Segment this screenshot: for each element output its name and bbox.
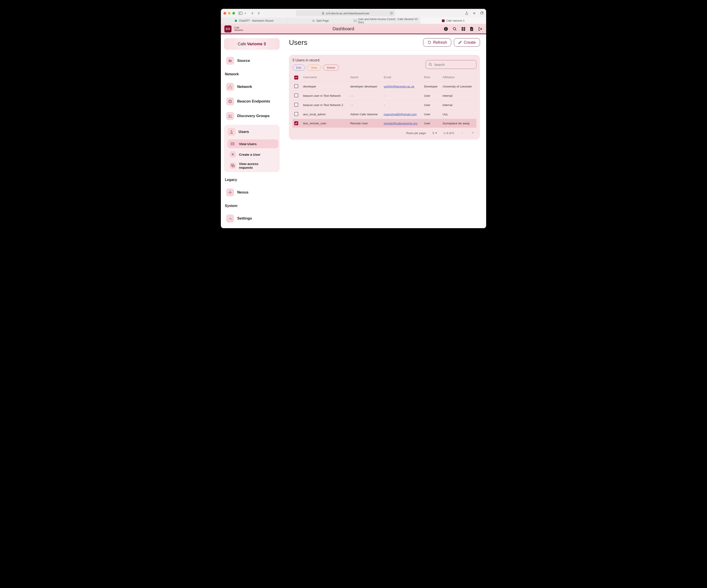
svg-rect-37 xyxy=(232,165,234,167)
svg-point-31 xyxy=(231,143,232,143)
forward-button[interactable] xyxy=(257,12,260,15)
col-role[interactable]: Role xyxy=(422,73,441,82)
rows-per-page-select[interactable]: 5 xyxy=(433,132,437,135)
cell-role: User xyxy=(422,119,441,128)
svg-point-40 xyxy=(230,193,231,194)
next-page-button[interactable] xyxy=(471,131,475,136)
svg-rect-16 xyxy=(462,29,463,31)
browser-tab-active[interactable]: Cafe Variome 3 xyxy=(420,18,486,24)
sidebar-item-beacon[interactable]: Beacon Endpoints xyxy=(224,96,280,107)
sidebar-subitem-label: View Users xyxy=(239,142,257,146)
sidebar-item-label: Settings xyxy=(237,216,252,221)
sidebar-section-network: Network xyxy=(224,70,280,78)
users-panel: 5 Users in record Edit View Delete xyxy=(289,55,480,140)
info-icon[interactable] xyxy=(444,27,448,31)
sidebar-item-source[interactable]: Source xyxy=(224,55,280,67)
sidebar-toggle-icon[interactable] xyxy=(239,12,242,15)
pill-label: View xyxy=(311,66,317,69)
search-icon[interactable] xyxy=(452,27,457,31)
chevron-down-icon[interactable] xyxy=(244,12,246,14)
row-checkbox[interactable] xyxy=(294,94,298,98)
table-row[interactable]: beacon user in Test Network 2- --Userint… xyxy=(293,100,476,110)
pencil-icon xyxy=(458,40,462,44)
col-affiliation[interactable]: Affiliation xyxy=(441,73,476,82)
app-header: CV Cafe Variome Dashboard xyxy=(221,24,486,34)
svg-point-38 xyxy=(230,192,231,193)
folder-icon xyxy=(226,57,234,65)
view-pill[interactable]: View xyxy=(307,65,321,71)
refresh-button[interactable]: Refresh xyxy=(423,38,451,47)
reload-icon[interactable] xyxy=(390,12,393,15)
col-email[interactable]: Email xyxy=(382,73,422,82)
col-name[interactable]: Name xyxy=(349,73,382,82)
sidebar-subitem-view-users[interactable]: View Users xyxy=(228,139,278,148)
svg-point-32 xyxy=(231,144,232,144)
address-bar[interactable]: cv3-dev.le.ac.uk/#/dashboard/user xyxy=(296,10,395,16)
logout-icon[interactable] xyxy=(478,27,482,31)
table-row[interactable]: beacon user in Test Network- --Userinter… xyxy=(293,91,476,100)
cell-name: - - xyxy=(349,100,382,110)
cell-role: User xyxy=(422,91,441,100)
brand-word2: Variome 3 xyxy=(247,42,266,46)
list-icon xyxy=(230,141,236,147)
tab-overview-icon[interactable] xyxy=(480,11,483,15)
cell-email: remote@cafevariome.org xyxy=(382,119,422,128)
book-favicon-icon xyxy=(354,19,357,22)
sidebar-item-users[interactable]: Users xyxy=(225,126,278,138)
browser-tab[interactable]: User and Admin Access Control · Cafe Var… xyxy=(354,18,420,24)
sidebar-item-label: Discovery Groups xyxy=(237,114,269,118)
sidebar-subitem-label: Create a User xyxy=(239,153,261,156)
cell-name: developer developer xyxy=(349,82,382,91)
table-row[interactable]: developerdeveloper developeryw554@leices… xyxy=(293,82,476,91)
select-all-checkbox[interactable] xyxy=(294,76,298,79)
prev-page-button[interactable] xyxy=(460,131,465,136)
col-username[interactable]: Username xyxy=(301,73,349,82)
back-button[interactable] xyxy=(251,12,254,15)
table-pager: Rows per page: 5 1–5 of 5 xyxy=(293,128,476,136)
sidebar-item-label: Network xyxy=(237,84,252,89)
cell-affiliation: University of Leicester xyxy=(441,82,476,91)
cell-username: developer xyxy=(301,82,349,91)
row-checkbox[interactable] xyxy=(294,103,298,107)
pill-label: Edit xyxy=(296,66,301,69)
email-link[interactable]: nsanuhya65@gmail.com xyxy=(384,113,417,116)
email-link[interactable]: yw554@leicester.ac.uk xyxy=(384,85,414,88)
edit-pill[interactable]: Edit xyxy=(293,65,305,71)
cell-affiliation: internal xyxy=(441,100,476,110)
cell-role: Developer xyxy=(422,82,441,91)
search-input[interactable] xyxy=(434,63,476,67)
sidebar-subitem-access-requests[interactable]: View access requests xyxy=(228,160,278,171)
sidebar-item-discovery[interactable]: Discovery Groups xyxy=(224,110,280,122)
document-icon[interactable] xyxy=(470,27,474,31)
logo-badge-text: CV xyxy=(226,27,230,31)
brand-chip[interactable]: Cafe Variome 3 xyxy=(224,38,280,50)
maximize-window-button[interactable] xyxy=(232,12,235,14)
app-logo[interactable]: CV xyxy=(225,26,232,33)
apps-grid-icon[interactable] xyxy=(461,27,465,31)
table-row[interactable]: anu_local_adminAdmin Cafe Variomensanuhy… xyxy=(293,110,476,119)
create-button[interactable]: Create xyxy=(454,38,480,47)
sidebar-item-label: Beacon Endpoints xyxy=(237,99,270,104)
row-checkbox[interactable] xyxy=(294,112,298,116)
email-link[interactable]: remote@cafevariome.org xyxy=(384,122,417,125)
minimize-window-button[interactable] xyxy=(228,12,231,14)
row-checkbox[interactable] xyxy=(294,121,298,125)
sidebar-item-nexus[interactable]: Nexus xyxy=(224,187,280,198)
sidebar: Cafe Variome 3 Source Network Network xyxy=(221,34,283,228)
sidebar-item-settings[interactable]: Settings xyxy=(224,213,280,224)
new-tab-icon[interactable] xyxy=(472,11,476,15)
sidebar-item-label: Nexus xyxy=(237,190,248,195)
share-icon[interactable] xyxy=(465,11,468,15)
delete-pill[interactable]: Delete xyxy=(323,65,339,71)
search-field[interactable] xyxy=(426,60,476,69)
sidebar-item-network[interactable]: Network xyxy=(224,81,280,93)
row-checkbox[interactable] xyxy=(294,84,298,88)
chatgpt-favicon-icon xyxy=(234,19,237,22)
close-window-button[interactable] xyxy=(224,12,226,14)
table-row[interactable]: test_remote_userRemote Userremote@cafeva… xyxy=(293,119,476,128)
svg-line-48 xyxy=(431,65,432,66)
sidebar-subitem-create-user[interactable]: Create a User xyxy=(228,150,278,159)
svg-line-13 xyxy=(456,30,456,31)
browser-tab[interactable]: Start Page xyxy=(287,18,354,24)
browser-tab[interactable]: ChatGPT - Markdown Wizard xyxy=(221,18,287,24)
